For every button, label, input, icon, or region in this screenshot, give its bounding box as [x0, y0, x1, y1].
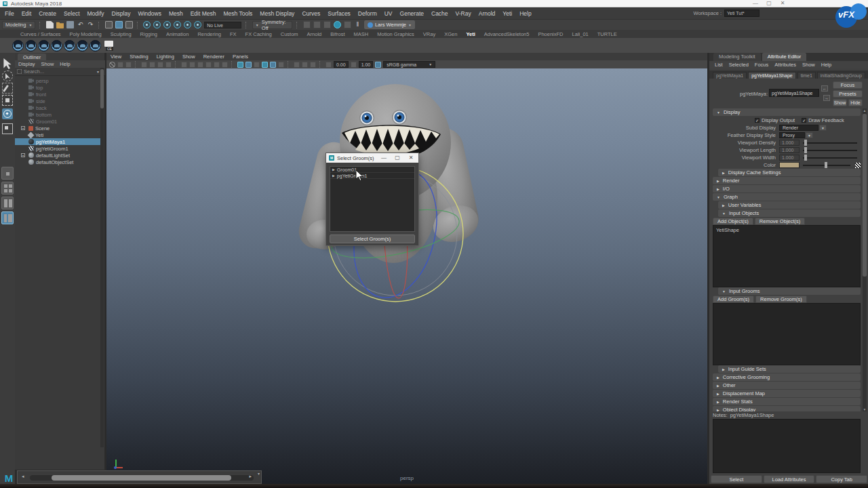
chevron-down-icon[interactable]: ▼	[806, 132, 813, 138]
image-plane-icon[interactable]	[149, 62, 155, 68]
section-graph[interactable]: ▼Graph	[713, 193, 861, 201]
film-gate-icon[interactable]	[310, 62, 316, 68]
node-tab-pgyetimaya1shape[interactable]: pgYetiMaya1Shape	[748, 72, 795, 79]
hypershade-icon[interactable]	[334, 21, 341, 28]
menu-mesh[interactable]: Mesh	[169, 10, 183, 17]
chevron-down-icon[interactable]: ▾	[258, 471, 260, 476]
outliner-item-pgyetigroom1[interactable]: pgYetiGroom1	[15, 145, 100, 152]
screen-space-ao-icon[interactable]	[222, 62, 228, 68]
vp-menu-shading[interactable]: Shading	[130, 54, 149, 60]
shelf-tab-poly-modeling[interactable]: Poly Modeling	[70, 31, 102, 37]
remove-objects-button[interactable]: Remove Object(s)	[755, 218, 805, 225]
scroll-right-icon[interactable]: ▸	[249, 474, 252, 479]
exposure-field[interactable]: 0.00	[334, 61, 349, 68]
symmetry-dropdown[interactable]: ▼Symmetry: Off	[252, 21, 292, 29]
section-input-grooms[interactable]: ▼Input Grooms	[718, 287, 861, 295]
shelf-tab-animation[interactable]: Animation	[166, 31, 189, 37]
motion-blur-icon[interactable]	[237, 62, 243, 68]
menu-yeti[interactable]: Yeti	[502, 10, 512, 17]
user-account-chip[interactable]: Lars Wemmje ▼	[364, 20, 415, 29]
show-button[interactable]: Show	[833, 99, 847, 106]
node-name-field[interactable]: pgYetiMaya1Shape	[769, 89, 819, 97]
close-button[interactable]: ✕	[777, 0, 788, 7]
copy-tab-button[interactable]: Copy Tab	[816, 475, 867, 483]
slider-thumb[interactable]	[804, 140, 807, 146]
range-slider-thumb[interactable]	[52, 475, 231, 481]
minimize-button[interactable]: —	[750, 0, 761, 7]
scroll-up-icon[interactable]: ▲	[863, 108, 867, 113]
dialog-titlebar[interactable]: M Select Groom(s) — ▢ ✕	[326, 153, 418, 163]
menu-generate[interactable]: Generate	[400, 10, 424, 17]
exposure-icon[interactable]	[326, 62, 332, 68]
viewport-width-slider[interactable]	[803, 157, 857, 159]
viewport-length-slider[interactable]	[803, 150, 857, 151]
divider[interactable]	[98, 22, 101, 28]
outliner-menu-help[interactable]: Help	[60, 61, 70, 67]
viewport-canvas[interactable]: persp	[106, 68, 707, 484]
snap-grid-icon[interactable]	[143, 21, 151, 28]
camera-attributes-icon[interactable]	[125, 62, 132, 68]
outliner-item-persp[interactable]: persp	[15, 77, 100, 84]
expand-arrow-icon[interactable]: ▶	[332, 174, 335, 178]
section-input-guide-sets[interactable]: ▶Input Guide Sets	[718, 365, 861, 373]
dialog-maximize-button[interactable]: ▢	[391, 154, 403, 162]
section-render[interactable]: ▶Render	[713, 177, 861, 184]
bookmark-icon[interactable]	[141, 62, 147, 68]
feather-display-dropdown[interactable]: Proxy	[779, 132, 805, 138]
menu-create[interactable]: Create	[39, 10, 56, 17]
outliner-item-side[interactable]: side	[15, 98, 100, 104]
xray-icon[interactable]	[270, 62, 276, 68]
menu-edit[interactable]: Edit	[22, 10, 32, 17]
scroll-left-icon[interactable]: ◂	[22, 474, 24, 479]
outliner-item-defaultlightset[interactable]: +defaultLightSet	[15, 152, 100, 159]
input-grooms-list[interactable]	[713, 303, 861, 365]
menu-select[interactable]: Select	[64, 10, 80, 17]
color-slider[interactable]	[803, 165, 850, 166]
shelf-tab-sculpting[interactable]: Sculpting	[111, 31, 132, 37]
depth-of-field-icon[interactable]	[254, 62, 260, 68]
menu-cache[interactable]: Cache	[431, 10, 448, 17]
section-input-objects[interactable]: ▼Input Objects	[718, 209, 861, 217]
outliner-item-pgyetimaya1[interactable]: pgYetiMaya1	[15, 138, 100, 145]
menu-curves[interactable]: Curves	[302, 10, 320, 17]
shelf-tab-vray[interactable]: VRay	[423, 31, 435, 37]
ae-menu-selected[interactable]: Selected	[729, 62, 749, 68]
lock-camera-icon[interactable]	[117, 62, 123, 68]
section-display[interactable]: ▼Display	[713, 108, 861, 116]
yeti-brush-icon[interactable]	[90, 40, 101, 52]
vp-menu-renderer[interactable]: Renderer	[203, 54, 224, 60]
outliner-item-scene[interactable]: +Scene	[15, 125, 100, 131]
select-button[interactable]: Select	[711, 475, 762, 483]
attribute-editor-scrollbar[interactable]: ▲ ▼	[863, 108, 867, 411]
yeti-cache-icon[interactable]	[77, 40, 88, 52]
ce-shelf-icon[interactable]: CE	[104, 40, 115, 51]
outliner-menu-display[interactable]: Display	[18, 61, 35, 67]
shelf-tab-curves-surfaces[interactable]: Curves / Surfaces	[20, 31, 61, 37]
scrollbar-thumb[interactable]	[100, 69, 104, 108]
snap-view-plane-icon[interactable]	[184, 21, 191, 28]
node-tab-pgyetimaya1[interactable]: pgYetiMaya1	[713, 72, 747, 79]
section-io[interactable]: ▶I/O	[713, 185, 861, 192]
snap-surface-icon[interactable]	[194, 21, 201, 28]
display-output-checkbox[interactable]: ✓	[755, 118, 760, 123]
ipr-render-icon[interactable]	[313, 21, 321, 28]
groom-list-item-groom01[interactable]: ▶Groom01	[330, 167, 414, 173]
open-scene-icon[interactable]	[56, 21, 64, 28]
vp-menu-view[interactable]: View	[111, 54, 121, 60]
menu-file[interactable]: File	[5, 10, 14, 17]
menu-windows[interactable]: Windows	[138, 10, 161, 17]
divider[interactable]	[296, 22, 299, 28]
attribute-scroll-area[interactable]: ▼Display ✓ Display Output ✓ Draw Feedbac…	[713, 108, 861, 411]
live-surface-field[interactable]: No Live Surface	[204, 22, 241, 28]
hide-button[interactable]: Hide	[848, 99, 863, 106]
scroll-down-icon[interactable]: ▼	[863, 407, 867, 411]
ae-menu-help[interactable]: Help	[821, 62, 831, 68]
outliner-item-groom01[interactable]: Groom01	[15, 118, 100, 125]
menu-deform[interactable]: Deform	[358, 10, 377, 17]
viewport-density-slider[interactable]	[803, 142, 857, 144]
outliner-item-front[interactable]: front	[15, 91, 100, 98]
groom-list-item-pgyetigroom1[interactable]: ▶pgYetiGroom1	[330, 173, 414, 179]
select-object-icon[interactable]	[115, 21, 123, 28]
shelf-tab-yeti[interactable]: Yeti	[466, 31, 475, 37]
notes-textarea[interactable]	[713, 419, 861, 473]
